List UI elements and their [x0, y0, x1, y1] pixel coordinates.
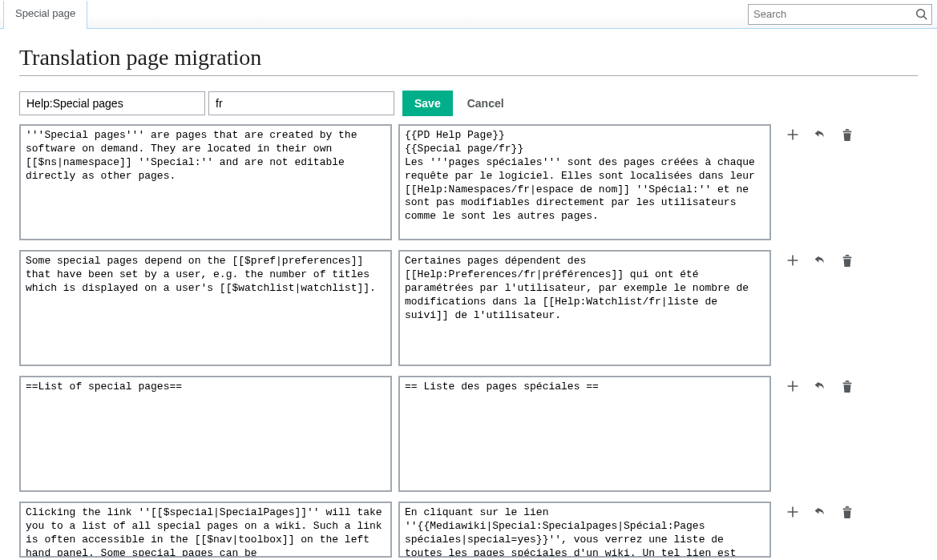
target-text[interactable]: [398, 250, 771, 366]
add-icon[interactable]: [786, 127, 800, 142]
delete-icon[interactable]: [840, 505, 854, 519]
language-input[interactable]: [208, 91, 394, 115]
source-text[interactable]: [19, 502, 392, 558]
add-icon[interactable]: [786, 379, 800, 393]
translation-unit: [19, 250, 918, 366]
content-area: Translation page migration Save Cancel: [0, 29, 937, 560]
search-box: [748, 4, 932, 25]
translation-unit: [19, 376, 918, 492]
unit-actions: [777, 376, 854, 393]
translation-unit: [19, 124, 918, 240]
target-text[interactable]: [398, 376, 771, 492]
controls-row: Save Cancel: [19, 91, 918, 116]
undo-icon[interactable]: [813, 505, 827, 519]
search-wrap: [743, 0, 937, 28]
source-text[interactable]: [19, 124, 392, 240]
page-name-input[interactable]: [19, 91, 205, 115]
add-icon[interactable]: [786, 253, 800, 268]
add-icon[interactable]: [786, 505, 800, 519]
unit-actions: [777, 124, 854, 142]
search-input[interactable]: [749, 8, 912, 20]
undo-icon[interactable]: [813, 253, 827, 268]
unit-actions: [777, 502, 854, 519]
source-text[interactable]: [19, 250, 392, 366]
top-bar: Special page: [0, 0, 937, 29]
cancel-button[interactable]: Cancel: [467, 97, 504, 110]
page-title: Translation page migration: [19, 45, 918, 76]
target-text[interactable]: [398, 502, 771, 558]
undo-icon[interactable]: [813, 127, 827, 142]
search-icon[interactable]: [912, 5, 931, 24]
delete-icon[interactable]: [840, 253, 854, 268]
delete-icon[interactable]: [840, 379, 854, 393]
tab-special-page[interactable]: Special page: [3, 1, 87, 29]
translation-unit: [19, 502, 918, 558]
unit-actions: [777, 250, 854, 268]
undo-icon[interactable]: [813, 379, 827, 393]
save-button[interactable]: Save: [402, 91, 453, 116]
target-text[interactable]: [398, 124, 771, 240]
delete-icon[interactable]: [840, 127, 854, 142]
source-text[interactable]: [19, 376, 392, 492]
